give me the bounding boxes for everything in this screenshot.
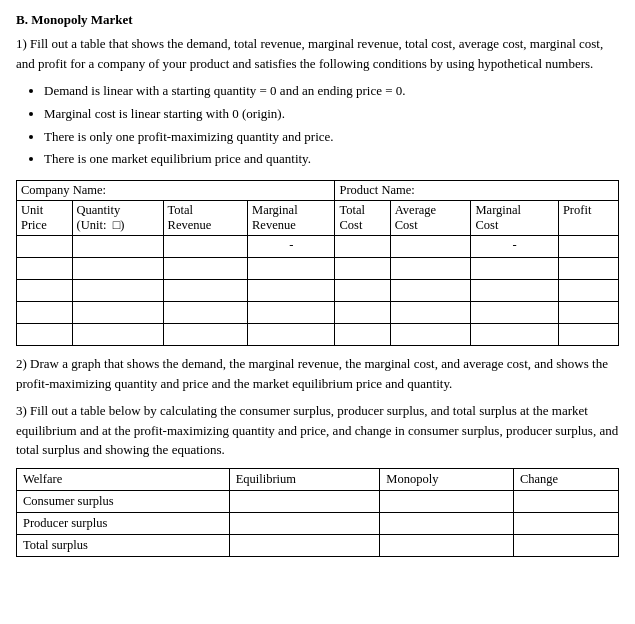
cell[interactable] xyxy=(163,302,247,324)
cell[interactable] xyxy=(248,324,335,346)
main-table: Company Name: Product Name: UnitPrice Qu… xyxy=(16,180,619,346)
welfare-header-row: Welfare Equilibrium Monopoly Change xyxy=(17,468,619,490)
cell[interactable] xyxy=(248,302,335,324)
welfare-cell[interactable] xyxy=(380,534,514,556)
table-row xyxy=(17,280,619,302)
section-title: B. Monopoly Market xyxy=(16,12,619,28)
cell[interactable] xyxy=(335,236,390,258)
cell[interactable] xyxy=(558,236,618,258)
cell-dash[interactable]: - xyxy=(248,236,335,258)
welfare-cell[interactable] xyxy=(380,512,514,534)
cell[interactable] xyxy=(248,280,335,302)
bullet-item-4: There is one market equilibrium price an… xyxy=(44,149,619,170)
welfare-cell[interactable] xyxy=(513,512,618,534)
bullet-list: Demand is linear with a starting quantit… xyxy=(44,81,619,170)
cell[interactable] xyxy=(72,302,163,324)
cell[interactable] xyxy=(17,280,73,302)
cell[interactable] xyxy=(17,258,73,280)
welfare-label-producer: Producer surplus xyxy=(17,512,230,534)
cell[interactable] xyxy=(558,302,618,324)
cell[interactable] xyxy=(390,280,471,302)
product-name-label: Product Name: xyxy=(339,183,414,197)
cell[interactable] xyxy=(471,324,558,346)
cell[interactable] xyxy=(17,236,73,258)
col-total-cost: TotalCost xyxy=(335,201,390,236)
table-header-row: UnitPrice Quantity(Unit: □) TotalRevenue… xyxy=(17,201,619,236)
col-unit-price: UnitPrice xyxy=(17,201,73,236)
table-row xyxy=(17,302,619,324)
cell[interactable] xyxy=(17,324,73,346)
bullet-item-1: Demand is linear with a starting quantit… xyxy=(44,81,619,102)
table-row xyxy=(17,324,619,346)
cell[interactable] xyxy=(390,258,471,280)
welfare-cell[interactable] xyxy=(513,534,618,556)
company-name-label: Company Name: xyxy=(21,183,106,197)
welfare-cell[interactable] xyxy=(229,534,380,556)
cell[interactable] xyxy=(163,324,247,346)
cell[interactable] xyxy=(471,280,558,302)
table-row xyxy=(17,258,619,280)
cell[interactable] xyxy=(390,302,471,324)
cell[interactable] xyxy=(558,324,618,346)
col-marginal-cost: MarginalCost xyxy=(471,201,558,236)
cell[interactable] xyxy=(335,258,390,280)
cell-dash[interactable]: - xyxy=(471,236,558,258)
cell[interactable] xyxy=(335,280,390,302)
welfare-cell[interactable] xyxy=(229,490,380,512)
cell[interactable] xyxy=(72,324,163,346)
cell[interactable] xyxy=(471,258,558,280)
col-quantity: Quantity(Unit: □) xyxy=(72,201,163,236)
cell[interactable] xyxy=(17,302,73,324)
cell[interactable] xyxy=(558,280,618,302)
cell[interactable] xyxy=(163,280,247,302)
bullet-item-3: There is only one profit-maximizing quan… xyxy=(44,127,619,148)
cell[interactable] xyxy=(163,236,247,258)
welfare-cell[interactable] xyxy=(380,490,514,512)
question3-text: 3) Fill out a table below by calculating… xyxy=(16,401,619,460)
company-product-row: Company Name: Product Name: xyxy=(17,181,619,201)
cell[interactable] xyxy=(471,302,558,324)
cell[interactable] xyxy=(163,258,247,280)
col-total-revenue: TotalRevenue xyxy=(163,201,247,236)
cell[interactable] xyxy=(72,236,163,258)
welfare-cell[interactable] xyxy=(229,512,380,534)
welfare-col-equilibrium: Equilibrium xyxy=(229,468,380,490)
welfare-col-welfare: Welfare xyxy=(17,468,230,490)
welfare-col-change: Change xyxy=(513,468,618,490)
welfare-col-monopoly: Monopoly xyxy=(380,468,514,490)
cell[interactable] xyxy=(390,324,471,346)
cell[interactable] xyxy=(72,280,163,302)
question2-text: 2) Draw a graph that shows the demand, t… xyxy=(16,354,619,393)
col-marginal-revenue: MarginalRevenue xyxy=(248,201,335,236)
cell[interactable] xyxy=(558,258,618,280)
question1-text: 1) Fill out a table that shows the deman… xyxy=(16,34,619,73)
welfare-row-total: Total surplus xyxy=(17,534,619,556)
cell[interactable] xyxy=(335,302,390,324)
cell[interactable] xyxy=(335,324,390,346)
welfare-row-consumer: Consumer surplus xyxy=(17,490,619,512)
table-row: - - xyxy=(17,236,619,258)
company-name-cell[interactable]: Company Name: xyxy=(17,181,335,201)
welfare-label-consumer: Consumer surplus xyxy=(17,490,230,512)
cell[interactable] xyxy=(72,258,163,280)
welfare-cell[interactable] xyxy=(513,490,618,512)
bullet-item-2: Marginal cost is linear starting with 0 … xyxy=(44,104,619,125)
col-average-cost: AverageCost xyxy=(390,201,471,236)
welfare-label-total: Total surplus xyxy=(17,534,230,556)
welfare-row-producer: Producer surplus xyxy=(17,512,619,534)
welfare-table: Welfare Equilibrium Monopoly Change Cons… xyxy=(16,468,619,557)
cell[interactable] xyxy=(248,258,335,280)
cell[interactable] xyxy=(390,236,471,258)
col-profit: Profit xyxy=(558,201,618,236)
product-name-cell[interactable]: Product Name: xyxy=(335,181,619,201)
